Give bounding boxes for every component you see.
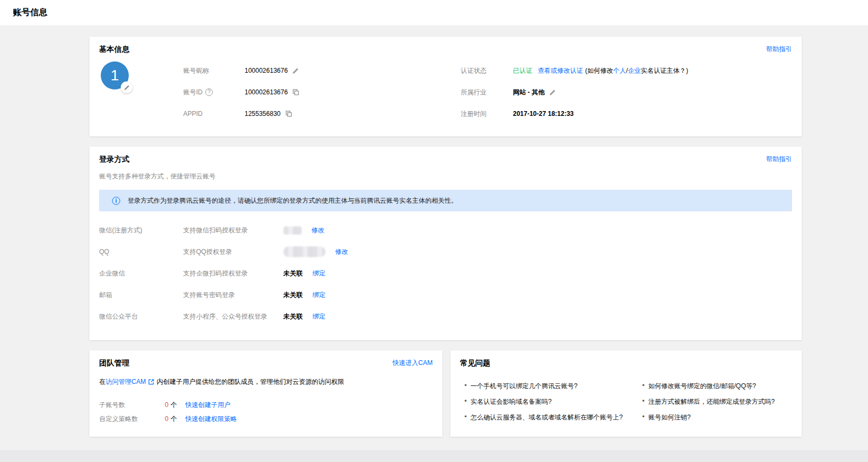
create-sub-user-link[interactable]: 快速创建子用户 [185,401,231,410]
pencil-icon [124,85,130,91]
account-id-row: 账号ID ? 100002613676 [183,81,461,103]
bind-wecom-link[interactable]: 绑定 [313,269,325,278]
wechat-official-status: 未关联 [283,312,303,321]
auth-status-label: 认证状态 [461,66,513,75]
info-circle-icon: i [112,197,120,205]
faq-title: 常见问题 [460,358,490,368]
team-management-card: 团队管理 快速进入CAM 在访问管理CAM 内创建子用户提供给您的团队成员，管理… [89,350,442,437]
footer-strip [0,450,868,462]
email-status: 未关联 [283,291,303,300]
login-row-wechat-official: 微信公众平台 支持小程序、公众号授权登录 未关联 绑定 [99,306,792,327]
reg-time-label: 注册时间 [461,109,513,119]
create-policy-link[interactable]: 快速创建权限策略 [185,415,237,424]
team-management-title: 团队管理 [99,358,129,368]
custom-policy-count: 0 [165,415,169,423]
page-header: 账号信息 [0,0,868,25]
auth-status-row: 认证状态 已认证 查看或修改认证 (如何修改个人/企业实名认证主体？) [461,60,792,81]
enterprise-auth-link[interactable]: 企业 [628,67,641,74]
login-help-guide-link[interactable]: 帮助指引 [766,155,792,164]
sub-account-label: 子账号数 [99,401,165,410]
account-id-value: 100002613676 [245,88,288,96]
team-description: 在访问管理CAM 内创建子用户提供给您的团队成员，管理他们对云资源的访问权限 [99,377,433,387]
edit-nickname-icon[interactable] [292,67,299,74]
bullet-icon: • [464,413,467,420]
faq-item[interactable]: •怎么确认云服务器、域名或者域名解析在哪个账号上? [460,413,638,429]
login-row-email: 邮箱 支持账号密码登录 未关联 绑定 [99,284,792,306]
login-info-banner: i 登录方式作为登录腾讯云账号的途径，请确认您所绑定的登录方式的使用主体与当前腾… [99,190,792,211]
custom-policy-label: 自定义策略数 [99,415,165,424]
main-content: 基本信息 帮助指引 1 账号昵称 100002613676 [89,37,802,437]
bullet-icon: • [642,397,644,405]
avatar-text: 1 [110,67,119,84]
bullet-icon: • [642,413,644,420]
edit-industry-icon[interactable] [549,89,556,96]
login-label: 企业微信 [99,269,183,278]
page-title: 账号信息 [13,7,47,18]
copy-account-id-icon[interactable] [292,88,300,96]
question-circle-icon[interactable]: ? [205,88,213,96]
bind-wechat-official-link[interactable]: 绑定 [313,312,325,321]
auth-note: (如何修改个人/企业实名认证主体？) [585,66,688,75]
sub-account-count: 0 [165,401,169,409]
login-subtitle: 账号支持多种登录方式，便捷管理云账号 [99,172,792,181]
faq-item[interactable]: •一个手机号可以绑定几个腾讯云账号? [460,382,638,397]
login-label: 邮箱 [99,291,183,300]
personal-auth-link[interactable]: 个人 [613,67,626,74]
basic-help-guide-link[interactable]: 帮助指引 [766,45,792,54]
login-label: QQ [99,248,183,256]
faq-item[interactable]: •注册方式被解绑后，还能绑定成登录方式吗? [638,397,792,413]
reg-time-value: 2017-10-27 18:12:33 [513,110,574,118]
nickname-label: 账号昵称 [183,66,245,75]
bullet-icon: • [464,397,467,405]
basic-info-card: 基本信息 帮助指引 1 账号昵称 100002613676 [89,37,802,136]
faq-item[interactable]: •如何修改账号绑定的微信/邮箱/QQ等? [638,382,792,397]
login-methods-card: 登录方式 帮助指引 账号支持多种登录方式，便捷管理云账号 i 登录方式作为登录腾… [89,147,802,340]
appid-value: 1255356830 [245,110,281,118]
login-desc: 支持QQ授权登录 [183,247,283,257]
basic-info-title: 基本信息 [99,45,129,54]
bind-email-link[interactable]: 绑定 [313,291,325,300]
custom-policy-stat-row: 自定义策略数 0 个 快速创建权限策略 [99,412,433,426]
view-modify-auth-link[interactable]: 查看或修改认证 [538,66,583,75]
industry-label: 所属行业 [461,88,513,97]
account-id-label: 账号ID [183,88,203,97]
nickname-row: 账号昵称 100002613676 [183,60,461,81]
bullet-icon: • [642,382,644,389]
login-methods-title: 登录方式 [99,155,129,164]
quick-enter-cam-link[interactable]: 快速进入CAM [392,358,433,368]
masked-qq-value [283,246,325,257]
login-label: 微信公众平台 [99,312,183,321]
modify-wechat-link[interactable]: 修改 [311,226,324,235]
reg-time-row: 注册时间 2017-10-27 18:12:33 [461,103,792,125]
login-banner-text: 登录方式作为登录腾讯云账号的途径，请确认您所绑定的登录方式的使用主体与当前腾讯云… [128,196,457,205]
appid-row: APPID 1255356830 [183,103,461,125]
avatar: 1 [99,60,183,125]
wecom-status: 未关联 [283,269,303,278]
industry-value: 网站 - 其他 [513,88,545,97]
copy-appid-icon[interactable] [285,110,293,118]
faq-card: 常见问题 •一个手机号可以绑定几个腾讯云账号? •实名认证会影响域名备案吗? •… [450,350,802,437]
avatar-edit-button[interactable] [121,81,133,93]
masked-wechat-value [283,226,302,235]
faq-item[interactable]: •账号如何注销? [638,413,792,429]
external-link-icon [148,378,155,385]
bullet-icon: • [464,382,467,389]
faq-item[interactable]: •实名认证会影响域名备案吗? [460,397,638,413]
login-desc: 支持企微扫码授权登录 [183,269,283,278]
cam-console-link[interactable]: 访问管理CAM [106,377,146,387]
appid-label: APPID [183,110,245,118]
sub-account-stat-row: 子账号数 0 个 快速创建子用户 [99,398,433,412]
industry-row: 所属行业 网站 - 其他 [461,81,792,103]
modify-qq-link[interactable]: 修改 [335,247,348,257]
login-label: 微信(注册方式) [99,226,183,235]
login-desc: 支持微信扫码授权登录 [183,226,283,235]
login-row-wechat: 微信(注册方式) 支持微信扫码授权登录 修改 [99,219,792,241]
nickname-value: 100002613676 [245,67,288,74]
login-row-wecom: 企业微信 支持企微扫码授权登录 未关联 绑定 [99,263,792,284]
login-desc: 支持小程序、公众号授权登录 [183,312,283,321]
login-desc: 支持账号密码登录 [183,291,283,300]
auth-status-badge: 已认证 [513,66,532,75]
login-row-qq: QQ 支持QQ授权登录 修改 [99,241,792,263]
